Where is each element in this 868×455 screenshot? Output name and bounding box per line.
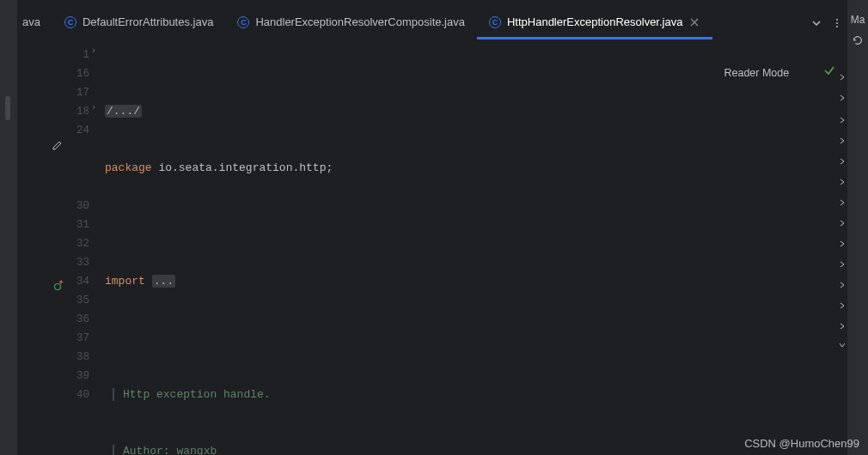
line-number-gutter[interactable]: 1 16 17 18 24 30 31 32 33 34 35 36 37 38… (69, 39, 89, 455)
line-number: 16 (69, 64, 89, 83)
tab-label: DefaultErrorAttributes.java (83, 15, 213, 28)
line-number: 1 (69, 46, 89, 64)
tab-label: HttpHandlerExceptionResolver.java (507, 15, 683, 28)
fold-chevron-icon[interactable]: › (91, 46, 96, 56)
stripe-marker-icon[interactable] (837, 321, 847, 331)
right-panel-label[interactable]: Ma (851, 14, 865, 26)
code-line (101, 329, 847, 348)
line-number: 39 (69, 367, 89, 385)
svg-point-1 (836, 22, 838, 24)
line-number: 31 (69, 215, 89, 234)
code-line (101, 215, 847, 234)
close-tab-icon[interactable] (688, 16, 700, 28)
fold-placeholder[interactable]: ... (152, 275, 175, 288)
fold-chevron-icon[interactable]: › (91, 103, 96, 112)
reader-mode-badge: Reader Mode (724, 45, 835, 101)
editor-area: 1 16 17 18 24 30 31 32 33 34 35 36 37 38… (17, 39, 847, 455)
line-number (69, 178, 89, 197)
stripe-marker-icon[interactable] (837, 156, 847, 167)
stripe-marker-icon[interactable] (837, 72, 847, 82)
line-number (69, 140, 89, 159)
watermark-text: CSDN @HumoChen99 (744, 437, 859, 450)
tabs-more-icon[interactable] (827, 7, 847, 39)
tab-label: ava (22, 15, 40, 28)
fold-placeholder[interactable]: /.../ (105, 105, 142, 118)
line-number: 37 (69, 329, 89, 348)
line-number: 35 (69, 291, 89, 310)
gutter-icons (17, 39, 69, 455)
line-number: 34 (69, 272, 89, 291)
line-number: 33 (69, 253, 89, 272)
editor-tabs: ava DefaultErrorAttributes.java HandlerE… (17, 7, 847, 39)
stripe-marker-icon[interactable] (837, 340, 847, 350)
stripe-marker-icon[interactable] (837, 136, 847, 146)
line-number: 24 (69, 121, 89, 140)
stripe-marker-icon[interactable] (837, 239, 847, 249)
line-number: 32 (69, 234, 89, 253)
error-stripe[interactable] (837, 39, 847, 455)
inspection-ok-icon[interactable] (799, 45, 835, 101)
line-number: 38 (69, 348, 89, 367)
tab-handler-exception-resolver-composite[interactable]: HandlerExceptionResolverComposite.java (225, 7, 477, 39)
stripe-marker-icon[interactable] (837, 115, 847, 125)
java-class-icon (489, 16, 501, 28)
refresh-icon[interactable] (852, 34, 864, 50)
stripe-marker-icon[interactable] (837, 280, 847, 290)
line-number: 40 (69, 385, 89, 404)
reader-mode-label[interactable]: Reader Mode (724, 64, 789, 82)
stripe-marker-icon[interactable] (837, 177, 847, 187)
tab-default-error-attributes[interactable]: DefaultErrorAttributes.java (52, 7, 225, 39)
code-line: Author: wangxb (101, 442, 847, 455)
code-line: package io.seata.integration.http; (101, 159, 847, 178)
tool-window-handle[interactable] (5, 96, 10, 120)
stripe-marker-icon[interactable] (837, 300, 847, 311)
tab-http-handler-exception-resolver[interactable]: HttpHandlerExceptionResolver.java (477, 7, 713, 39)
java-class-icon (64, 16, 76, 28)
java-class-icon (237, 16, 249, 28)
code-line: /.../ (101, 102, 847, 121)
override-gutter-icon[interactable] (53, 279, 65, 291)
code-area[interactable]: Reader Mode /.../ package io.seata.integ… (101, 39, 847, 455)
tab-label: HandlerExceptionResolverComposite.java (255, 15, 465, 28)
stripe-marker-icon[interactable] (837, 197, 847, 208)
stripe-marker-icon[interactable] (837, 93, 847, 103)
svg-point-2 (836, 26, 838, 27)
stripe-marker-icon[interactable] (837, 259, 847, 270)
line-number (69, 159, 89, 178)
fold-gutter: › › (89, 39, 101, 455)
edit-icon[interactable] (52, 139, 64, 151)
line-number: 17 (69, 83, 89, 102)
svg-point-0 (836, 19, 838, 21)
line-number: 30 (69, 197, 89, 215)
tabs-dropdown-icon[interactable] (806, 7, 827, 39)
code-line: import ... (101, 272, 847, 291)
tab-partial[interactable]: ava (17, 7, 52, 39)
right-tool-strip: Ma (847, 0, 868, 455)
line-number: 18 (69, 102, 89, 121)
left-tool-strip (0, 0, 17, 455)
stripe-marker-icon[interactable] (837, 218, 847, 228)
svg-point-3 (55, 284, 61, 290)
line-number: 36 (69, 310, 89, 329)
code-line: Http exception handle. (101, 385, 847, 404)
